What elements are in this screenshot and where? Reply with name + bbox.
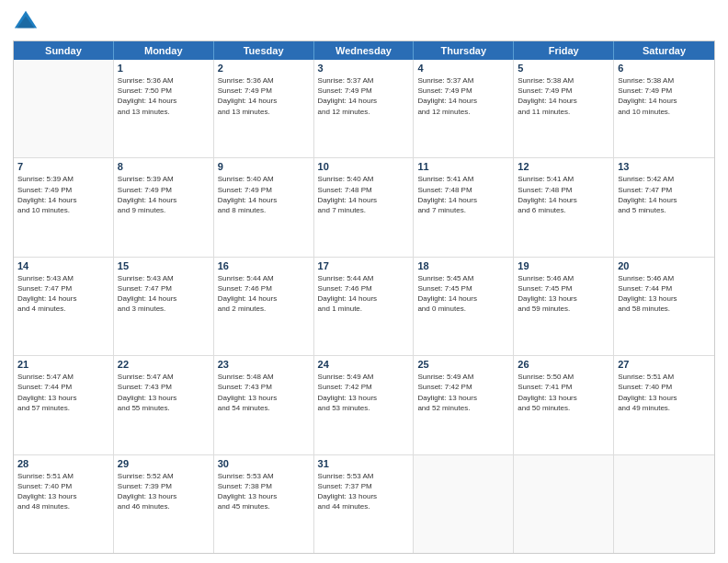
day-number: 13 [618, 161, 711, 172]
cell-line: Daylight: 13 hours [618, 293, 711, 304]
day-number: 30 [218, 458, 310, 469]
cell-line: Sunset: 7:49 PM [218, 86, 310, 96]
logo-icon [13, 9, 39, 35]
calendar-cell-empty-4-5 [514, 455, 614, 553]
cell-line: Daylight: 14 hours [118, 293, 210, 304]
cell-line: Sunrise: 5:47 AM [118, 372, 210, 382]
calendar-cell-20: 20Sunrise: 5:46 AMSunset: 7:44 PMDayligh… [614, 258, 714, 355]
calendar-cell-17: 17Sunrise: 5:44 AMSunset: 7:46 PMDayligh… [314, 258, 415, 355]
day-number: 12 [518, 161, 609, 172]
calendar-cell-12: 12Sunrise: 5:41 AMSunset: 7:48 PMDayligh… [514, 158, 614, 256]
cell-line: and 12 minutes. [417, 107, 509, 117]
cell-line: Sunrise: 5:38 AM [518, 75, 609, 86]
cell-line: Sunrise: 5:49 AM [318, 372, 410, 382]
cell-line: Sunrise: 5:44 AM [318, 273, 410, 283]
cell-line: and 10 minutes. [17, 205, 109, 215]
cell-line: Sunset: 7:43 PM [218, 382, 310, 392]
calendar-cell-25: 25Sunrise: 5:49 AMSunset: 7:42 PMDayligh… [414, 356, 514, 454]
day-number: 10 [318, 161, 410, 172]
cell-line: Daylight: 13 hours [118, 393, 210, 403]
cell-line: Daylight: 13 hours [417, 393, 509, 403]
calendar-cell-empty-4-6 [614, 455, 714, 553]
header-day-tuesday: Tuesday [214, 41, 314, 60]
cell-line: Daylight: 14 hours [518, 96, 609, 106]
header-day-monday: Monday [114, 41, 214, 60]
calendar-cell-16: 16Sunrise: 5:44 AMSunset: 7:46 PMDayligh… [214, 258, 314, 355]
calendar-row-0: 1Sunrise: 5:36 AMSunset: 7:50 PMDaylight… [14, 60, 714, 158]
cell-line: Sunset: 7:46 PM [218, 283, 310, 293]
cell-line: Daylight: 14 hours [218, 195, 310, 205]
day-number: 20 [618, 260, 711, 271]
cell-line: Daylight: 14 hours [417, 96, 509, 106]
cell-line: Daylight: 14 hours [17, 293, 109, 304]
cell-line: and 3 minutes. [118, 304, 210, 314]
calendar-cell-15: 15Sunrise: 5:43 AMSunset: 7:47 PMDayligh… [114, 258, 214, 355]
cell-line: Sunset: 7:38 PM [218, 481, 310, 491]
cell-line: Sunset: 7:46 PM [318, 283, 410, 293]
cell-line: Daylight: 13 hours [218, 393, 310, 403]
cell-line: Daylight: 14 hours [118, 96, 210, 106]
cell-line: Sunrise: 5:36 AM [218, 75, 310, 86]
calendar-cell-24: 24Sunrise: 5:49 AMSunset: 7:42 PMDayligh… [314, 356, 415, 454]
cell-line: Daylight: 14 hours [218, 293, 310, 304]
day-number: 15 [118, 260, 210, 271]
cell-line: Sunset: 7:49 PM [118, 185, 210, 195]
cell-line: and 52 minutes. [417, 403, 509, 413]
day-number: 26 [518, 359, 609, 370]
cell-line: Sunrise: 5:53 AM [318, 471, 410, 481]
calendar-cell-5: 5Sunrise: 5:38 AMSunset: 7:49 PMDaylight… [514, 60, 614, 157]
cell-line: Daylight: 13 hours [518, 293, 609, 304]
calendar-cell-26: 26Sunrise: 5:50 AMSunset: 7:41 PMDayligh… [514, 356, 614, 454]
cell-line: Daylight: 13 hours [618, 393, 711, 403]
calendar-cell-9: 9Sunrise: 5:40 AMSunset: 7:49 PMDaylight… [214, 158, 314, 256]
cell-line: Sunrise: 5:40 AM [218, 174, 310, 184]
cell-line: and 8 minutes. [218, 205, 310, 215]
cell-line: Sunrise: 5:42 AM [618, 174, 711, 184]
cell-line: Daylight: 13 hours [218, 491, 310, 501]
cell-line: Daylight: 14 hours [618, 195, 711, 205]
calendar-cell-31: 31Sunrise: 5:53 AMSunset: 7:37 PMDayligh… [314, 455, 415, 553]
cell-line: Sunset: 7:39 PM [118, 481, 210, 491]
cell-line: Sunrise: 5:36 AM [118, 75, 210, 86]
day-number: 23 [218, 359, 310, 370]
cell-line: Sunrise: 5:48 AM [218, 372, 310, 382]
cell-line: and 58 minutes. [618, 304, 711, 314]
cell-line: Daylight: 14 hours [318, 96, 410, 106]
cell-line: and 53 minutes. [318, 403, 410, 413]
cell-line: and 50 minutes. [518, 403, 609, 413]
cell-line: Sunset: 7:42 PM [318, 382, 410, 392]
calendar-cell-7: 7Sunrise: 5:39 AMSunset: 7:49 PMDaylight… [14, 158, 114, 256]
calendar-cell-13: 13Sunrise: 5:42 AMSunset: 7:47 PMDayligh… [614, 158, 714, 256]
cell-line: Daylight: 14 hours [318, 195, 410, 205]
cell-line: Daylight: 14 hours [417, 195, 509, 205]
cell-line: Sunset: 7:45 PM [417, 283, 509, 293]
cell-line: Sunset: 7:40 PM [17, 481, 109, 491]
day-number: 27 [618, 359, 711, 370]
cell-line: Sunrise: 5:43 AM [17, 273, 109, 283]
cell-line: Daylight: 14 hours [17, 195, 109, 205]
calendar-row-4: 28Sunrise: 5:51 AMSunset: 7:40 PMDayligh… [14, 455, 714, 553]
day-number: 3 [318, 63, 410, 74]
header-day-sunday: Sunday [14, 41, 114, 60]
cell-line: Sunset: 7:47 PM [118, 283, 210, 293]
day-number: 28 [17, 458, 109, 469]
calendar-cell-23: 23Sunrise: 5:48 AMSunset: 7:43 PMDayligh… [214, 356, 314, 454]
cell-line: Sunset: 7:48 PM [318, 185, 410, 195]
cell-line: and 44 minutes. [318, 501, 410, 511]
cell-line: and 54 minutes. [218, 403, 310, 413]
cell-line: Sunset: 7:43 PM [118, 382, 210, 392]
cell-line: and 5 minutes. [618, 205, 711, 215]
header-day-saturday: Saturday [614, 41, 714, 60]
day-number: 6 [618, 63, 711, 74]
cell-line: Daylight: 14 hours [417, 293, 509, 304]
cell-line: Sunset: 7:45 PM [518, 283, 609, 293]
cell-line: Sunrise: 5:37 AM [417, 75, 509, 86]
cell-line: Daylight: 14 hours [118, 195, 210, 205]
cell-line: Daylight: 14 hours [318, 293, 410, 304]
calendar-cell-6: 6Sunrise: 5:38 AMSunset: 7:49 PMDaylight… [614, 60, 714, 157]
day-number: 16 [218, 260, 310, 271]
day-number: 22 [118, 359, 210, 370]
cell-line: Sunrise: 5:45 AM [417, 273, 509, 283]
cell-line: and 4 minutes. [17, 304, 109, 314]
cell-line: Sunrise: 5:50 AM [518, 372, 609, 382]
